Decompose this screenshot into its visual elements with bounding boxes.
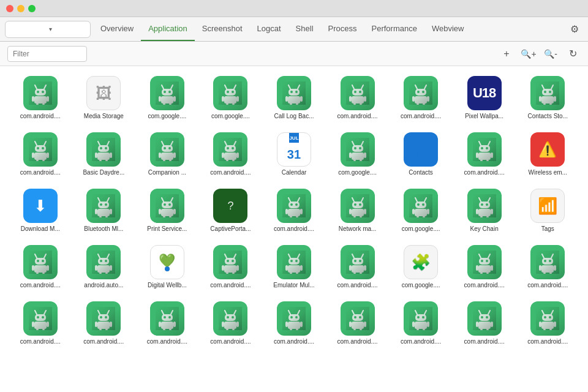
svg-rect-10 bbox=[29, 81, 52, 105]
app-item[interactable]: com.android.... bbox=[390, 298, 451, 349]
svg-rect-252 bbox=[282, 251, 306, 274]
titlebar bbox=[0, 0, 588, 17]
filter-input[interactable] bbox=[7, 46, 87, 62]
app-item[interactable]: Key Chain bbox=[454, 185, 515, 236]
svg-rect-318 bbox=[156, 307, 179, 330]
app-item[interactable]: com.android.... bbox=[454, 241, 515, 293]
svg-rect-274 bbox=[473, 251, 496, 274]
zoom-in-icon[interactable]: 🔍+ bbox=[521, 46, 537, 62]
app-item[interactable]: com.android.... bbox=[517, 241, 578, 293]
tab-screenshot[interactable]: Screenshot bbox=[195, 17, 250, 41]
app-item[interactable]: Companion ... bbox=[137, 129, 198, 180]
app-item[interactable]: com.android.... bbox=[390, 72, 451, 124]
tab-webview[interactable]: Webview bbox=[424, 17, 472, 41]
close-button[interactable] bbox=[6, 5, 13, 12]
device-selector[interactable]: ▾ bbox=[5, 21, 91, 38]
app-item[interactable]: com.google.... bbox=[390, 185, 451, 236]
app-label: CaptivePorta... bbox=[210, 225, 251, 233]
app-label: com.android.... bbox=[20, 169, 61, 176]
app-label: com.android.... bbox=[401, 338, 441, 345]
svg-rect-307 bbox=[92, 307, 115, 330]
svg-rect-241 bbox=[219, 251, 242, 274]
app-label: android.auto... bbox=[84, 282, 123, 289]
app-label: com.android.... bbox=[527, 282, 568, 289]
app-label: Tags bbox=[541, 225, 554, 233]
svg-rect-230 bbox=[92, 251, 115, 274]
app-item[interactable]: Print Service... bbox=[137, 185, 198, 236]
minimize-button[interactable] bbox=[17, 5, 24, 12]
tab-logcat[interactable]: Logcat bbox=[250, 17, 288, 41]
app-item[interactable]: com.android.... bbox=[200, 241, 262, 293]
svg-rect-87 bbox=[29, 138, 52, 161]
app-item[interactable]: com.android.... bbox=[10, 298, 71, 349]
app-item[interactable]: ⬇Download M... bbox=[10, 185, 71, 236]
svg-rect-219 bbox=[29, 251, 52, 274]
tab-overview[interactable]: Overview bbox=[93, 17, 141, 41]
app-item[interactable]: com.android.... bbox=[200, 129, 262, 180]
svg-rect-32 bbox=[219, 81, 242, 105]
app-item[interactable]: com.android.... bbox=[517, 298, 578, 349]
app-label: com.android.... bbox=[274, 225, 314, 233]
app-item[interactable]: Call Log Bac... bbox=[263, 72, 325, 124]
app-item[interactable]: com.android.... bbox=[454, 298, 515, 349]
app-grid: com.android....🖼Media Storage com.google… bbox=[10, 72, 578, 349]
refresh-icon[interactable]: ↻ bbox=[565, 46, 581, 62]
app-item[interactable]: 🖼Media Storage bbox=[74, 72, 135, 124]
app-item[interactable]: ⚠️Wireless em... bbox=[517, 129, 578, 180]
maximize-button[interactable] bbox=[28, 5, 36, 12]
app-label: com.android.... bbox=[210, 338, 251, 345]
toolbar: ▾ Overview Application Screenshot Logcat… bbox=[0, 17, 588, 42]
app-label: Digital Wellb... bbox=[148, 282, 187, 289]
app-item[interactable]: 👤Contacts bbox=[390, 129, 451, 180]
tab-performance[interactable]: Performance bbox=[364, 17, 424, 41]
app-item[interactable]: android.auto... bbox=[74, 241, 135, 293]
app-item[interactable]: Basic Daydre... bbox=[74, 129, 135, 180]
app-item[interactable]: Emulator Mul... bbox=[263, 241, 325, 293]
zoom-out-icon[interactable]: 🔍- bbox=[543, 46, 559, 62]
app-label: com.android.... bbox=[83, 338, 124, 345]
app-item[interactable]: com.google.... bbox=[137, 72, 198, 124]
app-label: com.google.... bbox=[148, 113, 186, 120]
app-label: com.google.... bbox=[402, 282, 440, 289]
app-label: com.android.... bbox=[527, 338, 568, 345]
app-label: Calendar bbox=[282, 169, 307, 176]
app-item[interactable]: com.android.... bbox=[10, 72, 71, 124]
app-item[interactable]: com.google.... bbox=[327, 129, 388, 180]
app-item[interactable]: com.android.... bbox=[200, 298, 262, 349]
app-label: Basic Daydre... bbox=[83, 169, 124, 176]
app-item[interactable]: com.android.... bbox=[327, 241, 388, 293]
app-item[interactable]: ?CaptivePorta... bbox=[200, 185, 262, 236]
app-item[interactable]: com.android.... bbox=[10, 129, 71, 180]
app-item[interactable]: U18Pixel Wallpa... bbox=[454, 72, 515, 124]
app-item[interactable]: 📶Tags bbox=[517, 185, 578, 236]
app-item[interactable]: com.android.... bbox=[454, 129, 515, 180]
app-item[interactable]: JUL 31 Calendar bbox=[263, 129, 325, 180]
svg-rect-142 bbox=[473, 138, 496, 161]
svg-rect-76 bbox=[536, 81, 559, 105]
app-item[interactable]: com.android.... bbox=[10, 241, 71, 293]
app-item[interactable]: com.android.... bbox=[263, 298, 325, 349]
app-item[interactable]: 💚 Digital Wellb... bbox=[137, 241, 198, 293]
svg-rect-197 bbox=[409, 194, 432, 217]
app-item[interactable]: 🧩com.google.... bbox=[390, 241, 451, 293]
app-item[interactable]: com.android.... bbox=[327, 72, 388, 124]
tab-shell[interactable]: Shell bbox=[288, 17, 321, 41]
svg-rect-21 bbox=[156, 81, 179, 105]
app-item[interactable]: com.android.... bbox=[74, 298, 135, 349]
app-item[interactable]: Network ma... bbox=[327, 185, 388, 236]
window-controls bbox=[6, 5, 36, 12]
app-item[interactable]: com.google.... bbox=[200, 72, 262, 124]
add-button[interactable]: + bbox=[499, 46, 514, 62]
app-label: com.android.... bbox=[337, 113, 377, 120]
tab-application[interactable]: Application bbox=[141, 17, 195, 41]
app-item[interactable]: Contacts Sto... bbox=[517, 72, 578, 124]
app-item[interactable]: com.android.... bbox=[263, 185, 325, 236]
app-label: com.android.... bbox=[464, 282, 505, 289]
tab-process[interactable]: Process bbox=[321, 17, 364, 41]
app-label: Key Chain bbox=[470, 225, 499, 233]
app-item[interactable]: com.android.... bbox=[327, 298, 388, 349]
app-label: Call Log Bac... bbox=[274, 113, 314, 120]
app-item[interactable]: com.android.... bbox=[137, 298, 198, 349]
app-item[interactable]: Bluetooth Ml... bbox=[74, 185, 135, 236]
settings-icon[interactable]: ⚙ bbox=[566, 21, 583, 38]
